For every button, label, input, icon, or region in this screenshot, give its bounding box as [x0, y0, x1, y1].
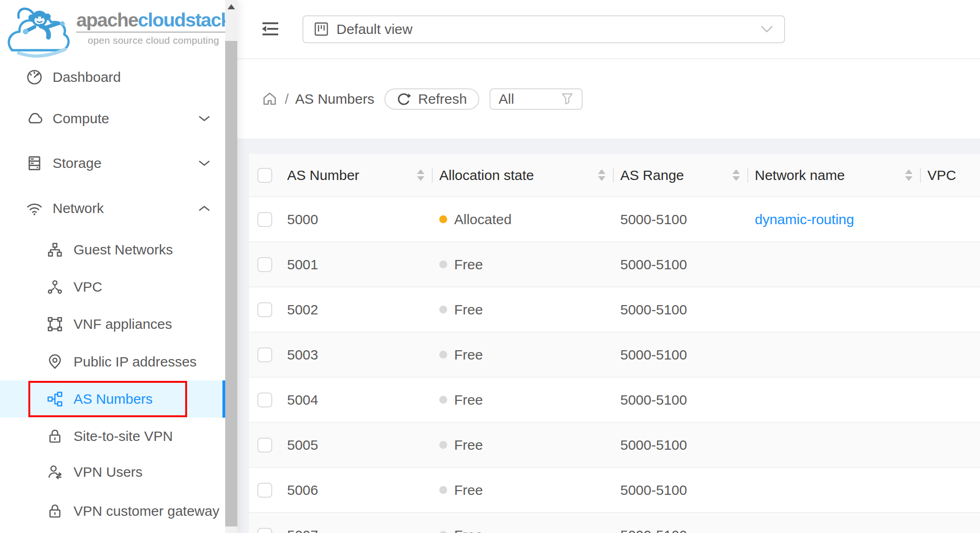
cell-allocation-state: Free: [432, 287, 613, 332]
cell-network-name: [747, 513, 920, 533]
sidebar-item-label: Network: [53, 200, 104, 216]
cell-as-number: 5001: [280, 242, 432, 286]
cell-as-range: 5000-5100: [613, 423, 747, 467]
row-checkbox[interactable]: [257, 257, 272, 272]
section-gap: [237, 139, 980, 154]
cell-as-number: 5003: [280, 333, 432, 377]
refresh-label: Refresh: [418, 91, 467, 107]
row-checkbox[interactable]: [257, 212, 272, 227]
chevron-down-icon: [198, 115, 210, 122]
cell-state-label: Free: [454, 347, 483, 363]
cell-as-range: 5000-5100: [613, 333, 747, 377]
view-select[interactable]: Default view: [302, 15, 785, 43]
column-header-allocation-state[interactable]: Allocation state: [432, 154, 613, 196]
project-board-icon: [314, 21, 329, 37]
row-checkbox[interactable]: [257, 483, 272, 498]
lock-icon: [47, 428, 63, 445]
column-header-network-name[interactable]: Network name: [747, 154, 920, 196]
table-row: 5002 Free 5000-5100: [249, 287, 980, 333]
menu-fold-icon: [261, 20, 280, 38]
sidebar-menu: apachecloudstack open source cloud compu…: [0, 0, 225, 533]
row-checkbox[interactable]: [257, 393, 272, 407]
refresh-button[interactable]: Refresh: [384, 88, 479, 110]
column-header-as-number[interactable]: AS Number: [280, 154, 432, 196]
reload-icon: [397, 92, 411, 106]
row-checkbox-cell: [249, 197, 280, 241]
table-body: 5000 Allocated 5000-5100 dynamic-routing…: [249, 197, 980, 533]
scrollbar-up-arrow-icon[interactable]: [228, 4, 235, 9]
filter-select-value: All: [498, 91, 514, 107]
cell-as-range: 5000-5100: [613, 468, 747, 512]
sidebar-item-vnf-appliances[interactable]: VNF appliances: [0, 306, 225, 343]
table-row: 5000 Allocated 5000-5100 dynamic-routing: [249, 197, 980, 242]
sidebar-item-dashboard[interactable]: Dashboard: [0, 59, 225, 96]
sidebar-item-label: Guest Networks: [74, 242, 173, 258]
table-header-row: AS Number Allocation state AS Range Netw…: [249, 154, 980, 197]
cell-as-number: 5004: [280, 378, 432, 422]
cluster-icon: [47, 391, 63, 407]
sidebar-item-site-to-site-vpn[interactable]: Site-to-site VPN: [0, 418, 225, 455]
sidebar-item-compute[interactable]: Compute: [0, 100, 225, 137]
table-row: 5005 Free 5000-5100: [249, 423, 980, 468]
cell-state-label: Free: [454, 302, 483, 318]
sidebar-item-network[interactable]: Network: [0, 190, 225, 227]
table-row: 5003 Free 5000-5100: [249, 333, 980, 378]
app-window: apachecloudstack open source cloud compu…: [0, 0, 980, 533]
home-icon: [262, 91, 277, 107]
row-checkbox[interactable]: [257, 528, 272, 533]
row-checkbox[interactable]: [257, 438, 272, 453]
cell-allocation-state: Free: [432, 242, 613, 286]
cell-allocation-state: Free: [432, 423, 613, 467]
sidebar-scrollbar[interactable]: [225, 0, 237, 533]
sidebar-item-as-numbers[interactable]: AS Numbers: [0, 380, 225, 418]
sidebar-item-label: VPC: [74, 279, 102, 295]
sidebar-item-label: Storage: [53, 155, 101, 171]
wifi-icon: [26, 200, 43, 217]
cell-state-label: Allocated: [454, 212, 511, 227]
sidebar-item-vpc[interactable]: VPC: [0, 268, 225, 306]
deployment-icon: [47, 279, 63, 295]
chevron-down-icon: [198, 160, 210, 167]
breadcrumb-home[interactable]: [262, 91, 277, 107]
sidebar-item-vpn-customer-gateway[interactable]: VPN customer gateway: [0, 493, 225, 530]
row-checkbox-cell: [249, 423, 280, 467]
cell-vpc: [920, 378, 980, 422]
cell-as-range: 5000-5100: [613, 513, 747, 533]
sidebar-item-vpn-users[interactable]: VPN Users: [0, 453, 225, 491]
filter-select[interactable]: All: [490, 88, 583, 110]
state-dot: [439, 441, 447, 449]
row-checkbox-cell: [249, 242, 280, 286]
row-checkbox[interactable]: [257, 302, 272, 317]
cell-allocation-state: Free: [432, 333, 613, 377]
select-all-checkbox[interactable]: [257, 168, 272, 183]
brand-cloudstack: cloudstack: [138, 9, 225, 31]
cell-as-range: 5000-5100: [613, 242, 747, 286]
view-select-value: Default view: [336, 21, 412, 37]
cell-allocation-state: Free: [432, 468, 613, 512]
cell-as-number: 5007: [280, 513, 432, 533]
as-numbers-table: AS Number Allocation state AS Range Netw…: [249, 154, 980, 533]
column-header-vpc[interactable]: VPC: [920, 154, 980, 196]
sidebar-item-guest-networks[interactable]: Guest Networks: [0, 231, 225, 268]
cell-vpc: [920, 242, 980, 286]
sidebar-item-label: VPN Users: [74, 464, 142, 480]
scrollbar-thumb[interactable]: [225, 41, 237, 526]
network-name-link[interactable]: dynamic-routing: [755, 212, 854, 227]
sidebar-item-storage[interactable]: Storage: [0, 145, 225, 182]
sidebar-item-label: Compute: [53, 111, 109, 127]
cell-state-label: Free: [454, 482, 483, 498]
menu-fold-button[interactable]: [261, 20, 280, 38]
cell-state-label: Free: [454, 527, 483, 533]
cell-allocation-state: Allocated: [432, 197, 613, 241]
cell-state-label: Free: [454, 437, 483, 453]
cell-as-number: 5000: [280, 197, 432, 241]
column-header-as-range[interactable]: AS Range: [613, 154, 747, 196]
cell-as-number: 5005: [280, 423, 432, 467]
sidebar-item-public-ip-addresses[interactable]: Public IP addresses: [0, 343, 225, 380]
chevron-down-icon: [760, 25, 774, 33]
state-dot: [439, 531, 447, 533]
row-checkbox[interactable]: [257, 347, 272, 362]
top-header: Default view: [237, 0, 980, 59]
cell-allocation-state: Free: [432, 513, 613, 533]
cell-network-name: [747, 242, 920, 286]
